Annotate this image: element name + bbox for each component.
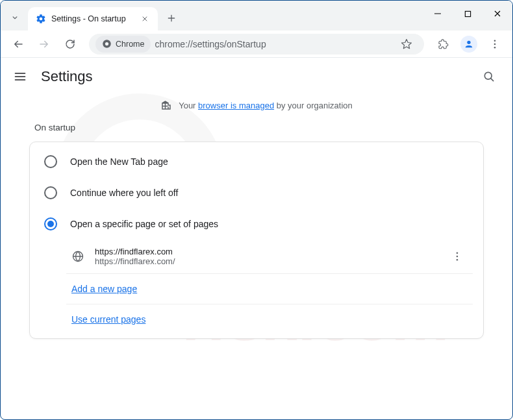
extensions-button[interactable]	[432, 33, 454, 55]
maximize-button[interactable]	[453, 1, 482, 27]
toolbar: Chrome chrome://settings/onStartup	[1, 31, 512, 58]
site-chip[interactable]: Chrome	[95, 36, 151, 53]
settings-header: Settings	[1, 58, 512, 95]
site-chip-label: Chrome	[116, 40, 144, 49]
window-controls	[423, 1, 512, 27]
svg-point-10	[494, 46, 496, 48]
radio-label: Open the New Tab page	[70, 156, 168, 167]
menu-button[interactable]	[12, 69, 28, 84]
radio-option-continue[interactable]: Continue where you left off	[30, 177, 483, 208]
profile-button[interactable]	[458, 33, 480, 55]
title-bar: Settings - On startup	[1, 1, 512, 31]
url-text: chrome://settings/onStartup	[155, 39, 266, 49]
globe-icon	[71, 250, 84, 263]
back-button[interactable]	[7, 33, 29, 55]
radio-label: Continue where you left off	[70, 188, 178, 198]
managed-text: Your browser is managed by your organiza…	[179, 101, 353, 110]
page-title: Settings	[41, 68, 93, 85]
browser-tab[interactable]: Settings - On startup	[28, 7, 158, 31]
search-settings-button[interactable]	[477, 65, 501, 88]
domain-icon	[160, 99, 172, 111]
managed-banner: Your browser is managed by your organiza…	[1, 95, 512, 123]
content-area: On startup Open the New Tab page Continu…	[1, 123, 512, 339]
reload-button[interactable]	[59, 33, 81, 55]
use-current-pages-link[interactable]: Use current pages	[71, 314, 145, 325]
add-new-page-row: Add a new page	[66, 274, 473, 304]
forward-button[interactable]	[33, 33, 55, 55]
startup-card: Open the New Tab page Continue where you…	[29, 142, 484, 339]
radio-icon	[44, 155, 57, 168]
bookmark-button[interactable]	[395, 33, 418, 55]
radio-label: Open a specific page or set of pages	[70, 219, 218, 229]
page-entry-url: https://findflarex.com/	[95, 256, 175, 266]
gear-icon	[36, 14, 46, 24]
address-bar[interactable]: Chrome chrome://settings/onStartup	[89, 34, 424, 55]
browser-window: Settings - On startup Chrome	[0, 0, 513, 420]
radio-icon-selected	[44, 217, 57, 230]
section-title: On startup	[34, 123, 484, 132]
new-tab-button[interactable]	[162, 8, 181, 28]
svg-rect-4	[465, 11, 470, 16]
close-tab-button[interactable]	[140, 14, 150, 24]
svg-point-8	[494, 40, 496, 42]
tab-search-button[interactable]	[5, 7, 25, 28]
svg-point-14	[457, 256, 458, 258]
radio-option-new-tab[interactable]: Open the New Tab page	[30, 146, 483, 177]
page-entry-menu-button[interactable]	[447, 246, 468, 267]
startup-page-entry: https://findflarex.com https://findflare…	[66, 240, 473, 274]
svg-point-7	[467, 40, 470, 43]
svg-point-15	[457, 259, 458, 261]
radio-option-specific-pages[interactable]: Open a specific page or set of pages	[30, 208, 483, 240]
page-entry-title: https://findflarex.com	[95, 247, 175, 256]
svg-point-13	[457, 252, 458, 254]
close-window-button[interactable]	[482, 1, 512, 27]
radio-icon	[44, 186, 57, 199]
svg-point-9	[494, 43, 496, 45]
use-current-pages-row: Use current pages	[66, 304, 473, 334]
tab-title: Settings - On startup	[51, 14, 126, 23]
minimize-button[interactable]	[423, 1, 453, 27]
add-new-page-link[interactable]: Add a new page	[71, 284, 137, 294]
managed-link[interactable]: browser is managed	[198, 101, 274, 110]
svg-point-6	[105, 42, 108, 45]
browser-menu-button[interactable]	[484, 33, 506, 55]
avatar-icon	[460, 36, 477, 53]
startup-pages-list: https://findflarex.com https://findflare…	[30, 240, 483, 334]
